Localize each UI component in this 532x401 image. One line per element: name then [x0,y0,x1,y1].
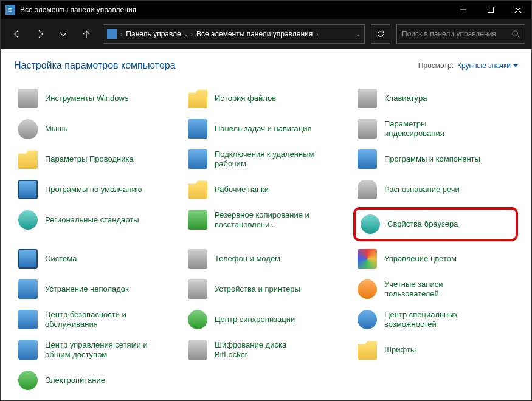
item-label: Устранение неполадок [45,284,129,294]
item-user-accounts[interactable]: Учетные записи пользователей [353,276,518,302]
breadcrumb-root[interactable]: Панель управле... [126,30,187,38]
accessibility-icon [358,310,377,329]
printer-icon [188,279,207,299]
svg-point-5 [513,31,518,36]
history-icon [188,89,207,108]
item-label: Шрифты [384,345,416,355]
search-index-icon [358,119,377,139]
up-button[interactable] [76,24,97,44]
titlebar: ⊞ Все элементы панели управления [1,1,531,19]
flag-icon [18,310,38,329]
search-placeholder: Поиск в панели управления [402,30,511,38]
backup-icon [188,210,207,230]
keyboard-icon [358,89,377,108]
item-label: Панель задач и навигация [215,124,312,134]
item-network-sharing[interactable]: Центр управления сетями и общим доступом [14,337,179,363]
power-icon [18,371,38,390]
work-folders-icon [188,180,207,199]
color-icon [358,249,377,269]
item-label: Центр управления сетями и общим доступом [45,340,148,359]
item-mouse[interactable]: Мышь [14,116,179,142]
item-explorer-options[interactable]: Параметры Проводника [14,146,179,172]
item-ease-of-access[interactable]: Центр специальных возможностей [353,307,518,332]
item-file-history[interactable]: История файлов [184,86,348,111]
item-default-programs[interactable]: Программы по умолчанию [14,177,179,202]
recent-dropdown[interactable] [53,24,74,44]
app-icon: ⊞ [5,5,15,15]
close-button[interactable] [504,1,531,19]
globe-icon [18,210,38,230]
item-backup-restore[interactable]: Резервное копирование и восстановлени... [184,207,348,233]
item-label: История файлов [215,94,276,103]
item-label: Электропитание [45,375,105,385]
item-work-folders[interactable]: Рабочие папки [184,177,348,202]
item-region[interactable]: Региональные стандарты [14,207,179,233]
item-label: Мышь [45,124,67,134]
item-phone-modem[interactable]: Телефон и модем [184,246,348,272]
item-security-maintenance[interactable]: Центр безопасности и обслуживания [14,307,179,332]
default-programs-icon [18,180,38,199]
item-programs-features[interactable]: Программы и компоненты [353,146,518,172]
item-internet-options[interactable]: Свойства браузера [353,207,518,241]
search-icon [511,30,520,38]
item-windows-tools[interactable]: Инструменты Windows [14,86,179,111]
programs-icon [358,149,377,169]
chevron-down-icon [513,63,518,68]
address-bar[interactable]: › Панель управле... › Все элементы панел… [103,24,365,44]
back-button[interactable] [7,24,27,44]
navbar: › Панель управле... › Все элементы панел… [1,19,531,49]
item-label: Центр безопасности и обслуживания [45,310,148,329]
search-input[interactable]: Поиск в панели управления [396,24,525,44]
item-label: Система [45,254,77,264]
item-keyboard[interactable]: Клавиатура [353,86,518,111]
item-label: Региональные стандарты [45,215,139,225]
location-icon [107,29,117,39]
item-label: Телефон и модем [215,254,280,264]
item-indexing[interactable]: Параметры индексирования [353,116,518,142]
item-taskbar[interactable]: Панель задач и навигация [184,116,348,142]
item-color-management[interactable]: Управление цветом [353,246,518,272]
item-troubleshooting[interactable]: Устранение неполадок [14,276,179,302]
microphone-icon [358,180,377,199]
item-power-options[interactable]: Электропитание [14,368,179,393]
page-title: Настройка параметров компьютера [14,60,418,71]
address-dropdown-icon[interactable]: ⌄ [356,31,361,38]
item-bitlocker[interactable]: Шифрование диска BitLocker [184,337,348,363]
users-icon [358,279,377,299]
content-header: Настройка параметров компьютера Просмотр… [14,60,518,71]
item-system[interactable]: Система [14,246,179,272]
window-title: Все элементы панели управления [20,5,449,14]
chevron-icon: › [190,31,194,38]
item-devices-printers[interactable]: Устройства и принтеры [184,276,348,302]
gear-icon [18,89,38,108]
svg-rect-1 [488,7,493,13]
view-mode-value: Крупные значки [457,61,511,70]
view-mode-dropdown[interactable]: Крупные значки [457,61,518,70]
remote-icon [188,149,207,169]
item-label: Клавиатура [384,94,427,103]
sync-icon [188,310,207,329]
item-label: Рабочие папки [215,185,269,194]
item-fonts[interactable]: Шрифты [353,337,518,363]
phone-icon [188,249,207,269]
item-label: Центр специальных возможностей [384,310,488,329]
item-label: Инструменты Windows [45,94,128,103]
lock-icon [188,340,207,360]
item-sync-center[interactable]: Центр синхронизации [184,307,348,332]
item-remote-desktop[interactable]: Подключения к удаленным рабочим [184,146,348,172]
forward-button[interactable] [30,24,50,44]
minimize-button[interactable] [449,1,477,19]
item-speech[interactable]: Распознавание речи [353,177,518,202]
item-label: Управление цветом [384,254,457,264]
refresh-button[interactable] [371,24,390,44]
system-icon [18,249,38,269]
item-label: Программы и компоненты [384,154,480,164]
maximize-button[interactable] [477,1,504,19]
breadcrumb-current[interactable]: Все элементы панели управления [196,30,313,38]
svg-marker-7 [513,64,518,67]
item-label: Параметры индексирования [384,119,488,138]
item-label: Свойства браузера [387,219,458,229]
content-area: Настройка параметров компьютера Просмотр… [1,49,531,401]
item-label: Программы по умолчанию [45,185,142,194]
troubleshoot-icon [18,279,38,299]
